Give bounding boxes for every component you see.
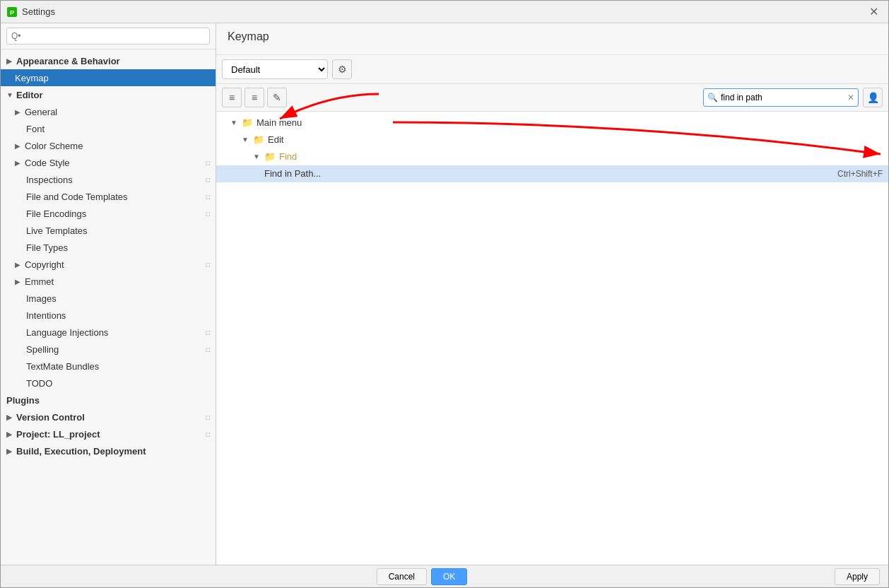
cancel-button[interactable]: Cancel [377,568,427,585]
keymap-select[interactable]: Default [222,59,328,79]
sidebar-item-label: Copyright [25,259,64,270]
tree-item-label: Main menu [257,117,883,128]
sidebar-item-label: File Types [26,242,68,253]
search-area: 🔍 ✕ 👤 [703,88,883,107]
chevron-icon: ▶ [15,278,22,286]
keymap-search-input[interactable] [703,88,859,107]
folder-icon: 📁 [264,151,276,162]
sidebar-item-label: Color Scheme [25,141,83,151]
keymap-settings-button[interactable]: ⚙ [332,59,352,79]
chevron-icon: ▶ [15,261,22,269]
sidebar-item-label: Inspections [26,175,73,185]
tree-item-label: Edit [268,134,883,145]
sidebar-item-project[interactable]: ▶ Project: LL_project [1,425,216,442]
chevron-icon: ▶ [15,108,22,116]
sidebar-item-label: Images [26,293,57,304]
svg-text:P: P [10,9,14,16]
panel-header: Keymap [216,23,888,55]
chevron-icon: ▼ [230,119,239,127]
sidebar-item-label: Keymap [15,73,49,83]
sidebar-item-label: Language Injections [26,327,108,338]
sidebar-search-box [1,23,216,49]
sidebar-item-color-scheme[interactable]: ▶ Color Scheme [1,137,216,154]
keymap-tree-item-edit[interactable]: ▼ 📁 Edit [216,131,888,148]
search-toolbar: ≡ ≡ ✎ 🔍 ✕ 👤 [216,84,888,112]
chevron-icon: ▶ [6,430,13,438]
keymap-tree-item-main-menu[interactable]: ▼ 📁 Main menu [216,114,888,131]
sidebar-search-input[interactable] [6,28,210,45]
sidebar-item-label: Spelling [26,344,59,355]
sidebar-item-keymap[interactable]: Keymap [1,69,216,86]
sidebar-item-textmate-bundles[interactable]: TextMate Bundles [1,358,216,375]
ok-button[interactable]: OK [431,568,467,585]
shortcut-badge: Ctrl+Shift+F [837,169,883,179]
right-panel: Keymap Default ⚙ ≡ ≡ ✎ [216,23,888,565]
edit-shortcut-button[interactable]: ✎ [267,88,287,107]
sidebar-item-code-style[interactable]: ▶ Code Style [1,154,216,171]
chevron-icon: ▶ [6,57,13,65]
keymap-toolbar: Default ⚙ [216,55,888,84]
main-content: ▶ Appearance & Behavior Keymap ▼ Editor … [1,23,888,565]
folder-icon: 📁 [253,134,264,145]
sidebar-item-font[interactable]: Font [1,120,216,137]
sidebar-item-label: Live Templates [26,225,87,236]
expand-all-button[interactable]: ≡ [222,88,242,107]
sidebar-item-live-templates[interactable]: Live Templates [1,222,216,239]
app-icon: P [6,6,18,18]
sidebar-item-file-types[interactable]: File Types [1,239,216,256]
sidebar-item-label: Code Style [25,158,70,168]
sidebar-item-label: Emmet [25,276,54,287]
sidebar-item-label: File and Code Templates [26,192,128,202]
sidebar-item-label: Editor [16,90,43,100]
sidebar-item-label: Version Control [16,412,85,423]
keymap-tree-item-find-in-path[interactable]: Find in Path... Ctrl+Shift+F [216,165,888,182]
sidebar-item-plugins[interactable]: Plugins [1,392,216,408]
chevron-icon: ▶ [6,413,13,421]
keymap-tree: ▼ 📁 Main menu ▼ 📁 Edit ▼ 📁 Find [216,112,888,565]
settings-window: P Settings ✕ ▶ Appearance & Behavior Key… [0,0,889,588]
sidebar-item-label: Project: LL_project [16,429,100,440]
sidebar-item-editor[interactable]: ▼ Editor [1,86,216,103]
chevron-icon: ▼ [253,153,261,160]
sidebar-item-general[interactable]: ▶ General [1,103,216,120]
sidebar-item-label: TextMate Bundles [26,361,99,372]
sidebar-item-intentions[interactable]: Intentions [1,307,216,324]
close-button[interactable]: ✕ [865,4,883,20]
sidebar-item-inspections[interactable]: Inspections [1,171,216,188]
sidebar-item-label: Build, Execution, Deployment [16,446,146,457]
keymap-tree-item-find[interactable]: ▼ 📁 Find [216,148,888,165]
sidebar-item-file-code-templates[interactable]: File and Code Templates [1,188,216,205]
window-title: Settings [22,6,865,17]
sidebar-item-spelling[interactable]: Spelling [1,341,216,358]
chevron-icon: ▶ [15,142,22,150]
search-field-wrapper: 🔍 ✕ [703,88,859,107]
chevron-icon: ▼ [6,91,13,99]
sidebar-item-label: General [25,107,57,117]
sidebar-item-copyright[interactable]: ▶ Copyright [1,256,216,273]
sidebar-item-version-control[interactable]: ▶ Version Control [1,408,216,425]
sidebar-item-appearance[interactable]: ▶ Appearance & Behavior [1,52,216,69]
right-panel-wrapper: Keymap Default ⚙ ≡ ≡ ✎ [216,23,888,565]
sidebar-item-label: Appearance & Behavior [16,56,120,66]
panel-title: Keymap [228,30,877,43]
collapse-all-button[interactable]: ≡ [245,88,264,107]
sidebar-item-label: Intentions [26,310,66,321]
sidebar-item-images[interactable]: Images [1,290,216,307]
sidebar-item-label: Plugins [6,395,40,406]
apply-button[interactable]: Apply [835,568,880,585]
sidebar-item-todo[interactable]: TODO [1,375,216,392]
sidebar-item-emmet[interactable]: ▶ Emmet [1,273,216,290]
chevron-icon: ▶ [6,447,13,455]
titlebar: P Settings ✕ [1,1,888,23]
tree-item-label: Find in Path... [264,168,837,179]
sidebar: ▶ Appearance & Behavior Keymap ▼ Editor … [1,23,216,565]
search-clear-button[interactable]: ✕ [847,93,854,102]
find-by-shortcut-button[interactable]: 👤 [863,88,883,107]
sidebar-item-build[interactable]: ▶ Build, Execution, Deployment [1,442,216,459]
folder-icon: 📁 [242,117,253,128]
sidebar-item-file-encodings[interactable]: File Encodings [1,205,216,222]
sidebar-item-language-injections[interactable]: Language Injections [1,324,216,341]
sidebar-item-label: TODO [26,378,52,389]
toolbar-action-buttons: ≡ ≡ ✎ [222,88,287,107]
sidebar-item-label: File Encodings [26,208,86,219]
